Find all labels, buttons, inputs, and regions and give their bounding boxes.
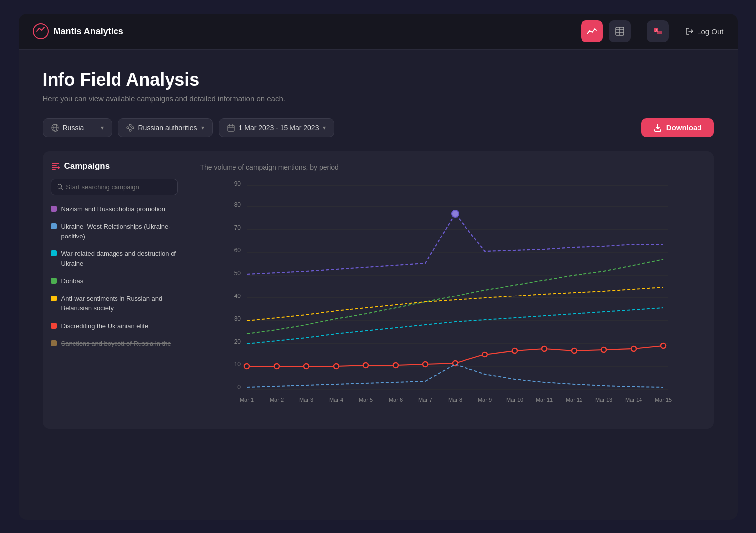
campaign-label-7: Sanctions and boycott of Russia in the xyxy=(61,339,171,349)
download-label: Download xyxy=(666,123,702,132)
campaign-item-1[interactable]: Nazism and Russophobia promotion xyxy=(51,204,178,214)
campaign-item-2[interactable]: Ukraine–West Relationships (Ukraine-posi… xyxy=(51,222,178,241)
svg-point-15 xyxy=(129,129,131,131)
nav-logo: Mantis Analytics xyxy=(33,23,123,39)
chart-nav-button[interactable] xyxy=(581,20,603,42)
country-chevron-icon: ▾ xyxy=(101,124,104,131)
svg-text:50: 50 xyxy=(234,270,241,277)
campaign-label-1: Nazism and Russophobia promotion xyxy=(61,204,166,214)
svg-text:文: 文 xyxy=(655,29,658,32)
svg-point-71 xyxy=(482,352,487,357)
svg-point-63 xyxy=(244,364,249,369)
svg-point-67 xyxy=(363,363,368,368)
app-container: Mantis Analytics xyxy=(19,14,738,520)
authority-filter[interactable]: Russian authorities ▾ xyxy=(118,118,213,137)
date-filter[interactable]: 1 Mar 2023 - 15 Mar 2023 ▾ xyxy=(219,118,335,137)
campaign-label-4: Donbas xyxy=(61,276,84,286)
campaign-dot-1 xyxy=(51,206,57,212)
campaign-label-6: Discrediting the Ukrainian elite xyxy=(61,321,149,331)
page-subtitle: Here you can view available campaigns an… xyxy=(43,94,714,103)
svg-text:Mar 2: Mar 2 xyxy=(269,397,283,403)
svg-point-74 xyxy=(572,348,577,353)
campaign-search-box[interactable] xyxy=(51,179,178,195)
svg-point-77 xyxy=(661,343,666,348)
campaign-item-3[interactable]: War-related damages and destruction of U… xyxy=(51,249,178,268)
chart-title: The volume of campaign mentions, by peri… xyxy=(200,163,700,171)
svg-text:70: 70 xyxy=(234,224,241,231)
download-icon xyxy=(653,123,662,132)
campaign-item-4[interactable]: Donbas xyxy=(51,276,178,286)
svg-text:Mar 12: Mar 12 xyxy=(565,397,582,403)
svg-text:80: 80 xyxy=(234,201,241,208)
campaign-dot-7 xyxy=(51,340,57,346)
svg-text:Mar 4: Mar 4 xyxy=(329,397,343,403)
campaign-label-3: War-related damages and destruction of U… xyxy=(61,249,178,268)
calendar-icon xyxy=(227,124,235,132)
nav-divider xyxy=(639,24,639,39)
logo-icon xyxy=(33,23,49,39)
svg-point-75 xyxy=(601,347,606,352)
chart-svg: 0 10 20 30 40 50 60 70 80 90 xyxy=(200,181,700,409)
authority-filter-value: Russian authorities xyxy=(138,124,197,132)
svg-point-62 xyxy=(452,210,459,217)
download-button[interactable]: Download xyxy=(641,118,714,137)
svg-text:Mar 7: Mar 7 xyxy=(418,397,432,403)
campaign-search-input[interactable] xyxy=(66,183,171,191)
svg-text:Mar 1: Mar 1 xyxy=(239,397,253,403)
campaigns-title: Campaigns xyxy=(64,161,110,171)
svg-text:Mar 3: Mar 3 xyxy=(299,397,313,403)
chart-icon xyxy=(586,26,597,37)
svg-text:Mar 10: Mar 10 xyxy=(506,397,523,403)
campaign-label-2: Ukraine–West Relationships (Ukraine-posi… xyxy=(61,222,178,241)
svg-point-13 xyxy=(129,124,131,126)
svg-text:Mar 6: Mar 6 xyxy=(388,397,402,403)
logout-icon xyxy=(685,27,694,36)
svg-text:Mar 8: Mar 8 xyxy=(448,397,462,403)
translate-icon: 文 xyxy=(653,26,663,36)
campaign-dot-2 xyxy=(51,223,57,229)
navbar: Mantis Analytics xyxy=(19,14,738,50)
svg-point-12 xyxy=(127,127,129,129)
globe-icon xyxy=(51,124,59,132)
svg-point-69 xyxy=(423,362,428,367)
nav-actions: 文 Log Out xyxy=(581,20,723,42)
svg-point-73 xyxy=(542,346,547,351)
chart-container: 0 10 20 30 40 50 60 70 80 90 xyxy=(200,181,700,409)
svg-text:Mar 9: Mar 9 xyxy=(477,397,491,403)
svg-text:Mar 14: Mar 14 xyxy=(625,397,641,403)
svg-text:Mar 11: Mar 11 xyxy=(535,397,552,403)
svg-text:90: 90 xyxy=(234,181,241,187)
svg-line-26 xyxy=(61,188,62,189)
svg-text:0: 0 xyxy=(237,384,241,391)
campaign-item-6[interactable]: Discrediting the Ukrainian elite xyxy=(51,321,178,331)
svg-point-65 xyxy=(304,364,309,369)
date-filter-value: 1 Mar 2023 - 15 Mar 2023 xyxy=(239,124,319,132)
campaigns-header: Campaigns xyxy=(51,161,178,171)
table-nav-button[interactable] xyxy=(609,20,631,42)
campaign-label-5: Anti-war sentiments in Russian and Belar… xyxy=(61,294,178,313)
svg-text:Mar 5: Mar 5 xyxy=(358,397,372,403)
main-content: Info Field Analysis Here you can view av… xyxy=(19,50,738,449)
svg-text:Mar 13: Mar 13 xyxy=(595,397,612,403)
svg-point-0 xyxy=(33,24,48,39)
nav-divider-2 xyxy=(677,24,677,39)
campaign-list: Nazism and Russophobia promotion Ukraine… xyxy=(51,204,178,349)
country-filter[interactable]: Russia ▾ xyxy=(43,118,112,137)
svg-rect-6 xyxy=(657,31,662,34)
svg-text:Mar 15: Mar 15 xyxy=(654,397,671,403)
authority-chevron-icon: ▾ xyxy=(201,124,204,131)
campaign-item-5[interactable]: Anti-war sentiments in Russian and Belar… xyxy=(51,294,178,313)
translate-nav-button[interactable]: 文 xyxy=(647,20,669,42)
campaign-item-7[interactable]: Sanctions and boycott of Russia in the xyxy=(51,339,178,349)
svg-text:10: 10 xyxy=(234,361,241,368)
logout-button[interactable]: Log Out xyxy=(685,27,723,36)
campaign-dot-3 xyxy=(51,250,57,256)
logout-label: Log Out xyxy=(697,27,723,36)
filters-bar: Russia ▾ Russian authorities ▾ xyxy=(43,118,714,137)
campaigns-icon xyxy=(51,161,60,171)
campaigns-sidebar: Campaigns Nazism and Russophobia promoti… xyxy=(43,151,186,429)
svg-point-72 xyxy=(512,348,517,353)
search-icon xyxy=(57,183,63,190)
svg-rect-20 xyxy=(228,125,234,131)
svg-point-76 xyxy=(631,346,636,351)
